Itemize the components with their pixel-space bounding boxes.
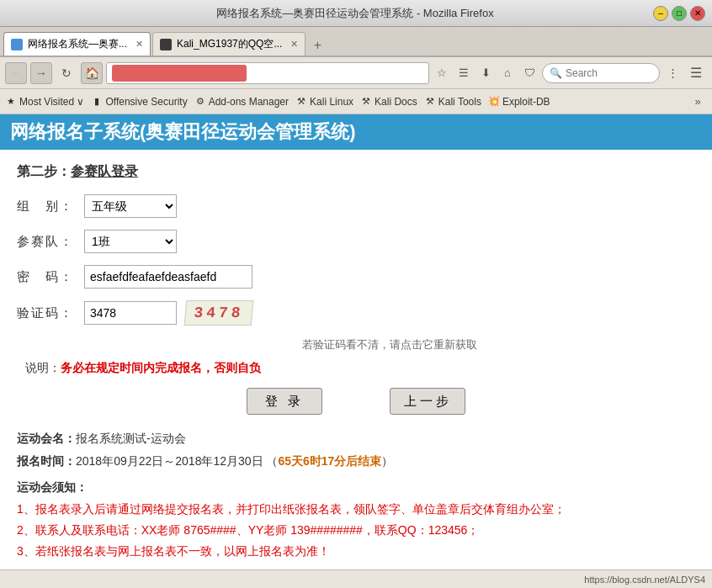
window-controls: – □ ✕ (653, 6, 705, 21)
event-time-range: 2018年09月22日～2018年12月30日 (76, 454, 263, 468)
more-bookmarks-icon[interactable]: » (688, 93, 707, 111)
note-prefix: 说明： (25, 361, 61, 374)
window-title: 网络报名系统—奥赛田径运动会管理系统 - Mozilla Firefox (57, 6, 653, 21)
page-title: 网络报名子系统(奥赛田径运动会管理系统) (10, 119, 356, 145)
bookmark-kali-linux[interactable]: ⚒ Kali Linux (295, 96, 353, 108)
login-button[interactable]: 登 录 (247, 388, 322, 415)
bookmark-offensive-security[interactable]: ▮ Offensive Security (91, 96, 187, 108)
rule-1: 1、报名表录入后请通过网络提交报名表，并打印出纸张报名表，领队签字、单位盖章后交… (17, 499, 695, 520)
maximize-button[interactable]: □ (672, 6, 687, 21)
shield-icon[interactable]: 🛡 (520, 64, 539, 82)
titlebar: 网络报名系统—奥赛田径运动会管理系统 - Mozilla Firefox – □… (0, 0, 712, 27)
password-input[interactable] (84, 265, 252, 289)
group-select[interactable]: 五年级 六年级 初一 初二 (84, 194, 177, 218)
event-info-section: 运动会名：报名系统测试-运动会 报名时间：2018年09月22日～2018年12… (17, 428, 695, 472)
bookmark-addons-label: Add-ons Manager (209, 96, 289, 108)
main-area: 网络报名子系统(奥赛田径运动会管理系统) 第二步：参赛队登录 组 别： 五年级 … (0, 114, 712, 588)
page-header: 网络报名子系统(奥赛田径运动会管理系统) (0, 114, 712, 150)
tab-close-2[interactable]: ✕ (290, 39, 298, 50)
search-box[interactable]: 🔍 (542, 63, 660, 83)
event-name-value: 报名系统测试-运动会 (76, 432, 186, 445)
bookmark-most-visited-label: Most Visited ∨ (19, 96, 84, 108)
group-label: 组 别： (17, 199, 84, 215)
kali-tools-icon: ⚒ (424, 96, 436, 108)
bookmark-star-icon[interactable]: ☆ (433, 64, 451, 82)
tab-label-1: 网络报名系统—奥赛... (28, 37, 127, 51)
bookmark-most-visited[interactable]: ★ Most Visited ∨ (5, 96, 84, 108)
home-button[interactable]: 🏠 (81, 62, 103, 84)
menu-button[interactable]: ☰ (685, 62, 707, 84)
content-area: 第二步：参赛队登录 组 别： 五年级 六年级 初一 初二 参赛队： 1班 2班 … (0, 150, 712, 569)
note-text-red: 务必在规定时间内完成报名，否则自负 (61, 361, 261, 374)
rule-2: 2、联系人及联系电话：XX老师 8765####、YY老师 139#######… (17, 520, 695, 541)
bookmark-kali-linux-label: Kali Linux (310, 96, 353, 108)
addons-icon: ⚙ (194, 96, 206, 108)
captcha-row: 验证码： 3478 (17, 300, 695, 326)
captcha-hint: 若验证码看不清，请点击它重新获取 (84, 337, 695, 352)
status-bar: https://blog.csdn.net/ALDYS4 (0, 569, 712, 588)
event-name-row: 运动会名：报名系统测试-运动会 (17, 428, 695, 449)
tab-favicon-2 (160, 39, 172, 50)
step-title: 第二步：参赛队登录 (17, 163, 695, 181)
captcha-input[interactable] (84, 301, 177, 325)
tab-label-2: Kali_MG1937的QQ空... (177, 37, 282, 51)
bookmark-addons[interactable]: ⚙ Add-ons Manager (194, 96, 289, 108)
team-select[interactable]: 1班 2班 3班 (84, 230, 177, 253)
bookmark-kali-tools[interactable]: ⚒ Kali Tools (424, 96, 481, 108)
captcha-container: 3478 (84, 300, 252, 326)
event-name-label: 运动会名： (17, 432, 76, 445)
address-bar-highlight (112, 65, 247, 82)
captcha-label: 验证码： (17, 305, 84, 321)
event-countdown: 65天6时17分后结束 (278, 454, 381, 468)
group-row: 组 别： 五年级 六年级 初一 初二 (17, 194, 695, 218)
tabbar: 网络报名系统—奥赛... ✕ Kali_MG1937的QQ空... ✕ + (0, 27, 712, 57)
kali-docs-icon: ⚒ (360, 96, 372, 108)
tab-2[interactable]: Kali_MG1937的QQ空... ✕ (152, 32, 306, 56)
note-row: 说明：务必在规定时间内完成报名，否则自负 (25, 361, 695, 376)
tab-favicon-1 (11, 39, 23, 50)
back-button[interactable]: ← (5, 62, 27, 84)
download-icon[interactable]: ⬇ (476, 64, 495, 82)
event-time-row: 报名时间：2018年09月22日～2018年12月30日 （65天6时17分后结… (17, 451, 695, 472)
rules-section: 运动会须知： 1、报名表录入后请通过网络提交报名表，并打印出纸张报名表，领队签字… (17, 477, 695, 562)
toolbar: ← → ↻ 🏠 ☆ ☰ ⬇ ⌂ 🛡 🔍 ⋮ ☰ (0, 57, 712, 89)
prev-button[interactable]: 上一步 (390, 388, 465, 415)
bookmark-offensive-security-label: Offensive Security (105, 96, 187, 108)
star-icon: ★ (5, 96, 17, 108)
rules-title: 运动会须知： (17, 477, 695, 498)
home-icon[interactable]: ⌂ (498, 64, 517, 82)
bookmark-kali-tools-label: Kali Tools (438, 96, 481, 108)
reload-button[interactable]: ↻ (56, 62, 77, 84)
bookmarks-bar: ★ Most Visited ∨ ▮ Offensive Security ⚙ … (0, 89, 712, 114)
bookmark-kali-docs-label: Kali Docs (375, 96, 417, 108)
address-bar-container[interactable] (106, 62, 429, 84)
team-label: 参赛队： (17, 234, 84, 250)
bookmark-kali-docs[interactable]: ⚒ Kali Docs (360, 96, 417, 108)
tab-close-1[interactable]: ✕ (135, 39, 143, 50)
team-row: 参赛队： 1班 2班 3班 (17, 230, 695, 253)
search-icon: 🔍 (550, 67, 562, 79)
bookmark-exploit-db[interactable]: 💥 Exploit-DB (488, 96, 550, 108)
minimize-button[interactable]: – (653, 6, 668, 21)
more-tools-icon[interactable]: ⋮ (663, 64, 682, 82)
captcha-image[interactable]: 3478 (184, 300, 254, 326)
kali-linux-icon: ⚒ (295, 96, 307, 108)
reader-icon[interactable]: ☰ (454, 64, 473, 82)
password-label: 密 码： (17, 269, 84, 285)
status-url: https://blog.csdn.net/ALDYS4 (584, 575, 705, 585)
new-tab-button[interactable]: + (307, 35, 327, 56)
rules-content: 1、报名表录入后请通过网络提交报名表，并打印出纸张报名表，领队签字、单位盖章后交… (17, 499, 695, 563)
button-row: 登 录 上一步 (17, 388, 695, 415)
exploit-db-icon: 💥 (488, 96, 500, 108)
close-button[interactable]: ✕ (690, 6, 705, 21)
event-time-label: 报名时间： (17, 454, 76, 468)
password-row: 密 码： (17, 265, 695, 289)
bookmark-exploit-db-label: Exploit-DB (502, 96, 550, 108)
offensive-security-icon: ▮ (91, 96, 103, 108)
tab-1[interactable]: 网络报名系统—奥赛... ✕ (3, 32, 151, 56)
forward-button[interactable]: → (30, 62, 52, 84)
rule-3: 3、若纸张报名表与网上报名表不一致，以网上报名表为准！ (17, 541, 695, 562)
